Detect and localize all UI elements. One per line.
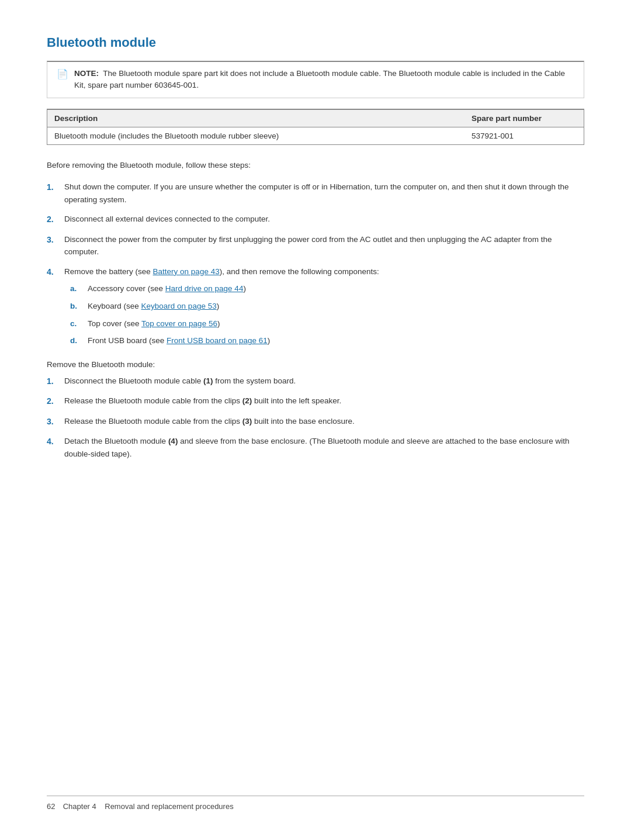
step-num-4: 4. bbox=[47, 265, 64, 278]
battery-link[interactable]: Battery on page 43 bbox=[153, 267, 220, 276]
step-num-3: 3. bbox=[47, 233, 64, 246]
note-label: NOTE: bbox=[74, 69, 99, 78]
keyboard-link[interactable]: Keyboard on page 53 bbox=[141, 302, 217, 310]
remove-step-content-2: Release the Bluetooth module cable from … bbox=[64, 395, 584, 407]
note-text: NOTE: The Bluetooth module spare part ki… bbox=[74, 68, 574, 92]
footer-page-number: 62 bbox=[47, 802, 55, 811]
remove-step-2: 2. Release the Bluetooth module cable fr… bbox=[47, 395, 584, 407]
ref-4: (4) bbox=[168, 437, 178, 445]
col-desc-header: Description bbox=[54, 114, 471, 123]
ref-1: (1) bbox=[203, 376, 213, 385]
note-icon: 📄 bbox=[57, 68, 68, 79]
table-cell-description: Bluetooth module (includes the Bluetooth… bbox=[54, 132, 471, 140]
remove-step-4: 4. Detach the Bluetooth module (4) and s… bbox=[47, 435, 584, 460]
step-num-2: 2. bbox=[47, 213, 64, 226]
remove-step-num-3: 3. bbox=[47, 415, 64, 428]
sub-steps-list: a. Accessory cover (see Hard drive on pa… bbox=[70, 282, 584, 347]
remove-step-num-1: 1. bbox=[47, 375, 64, 388]
top-cover-link[interactable]: Top cover on page 56 bbox=[141, 319, 217, 328]
remove-step-num-2: 2. bbox=[47, 395, 64, 407]
footer: 62 Chapter 4 Removal and replacement pro… bbox=[47, 796, 584, 811]
sub-step-c: c. Top cover (see Top cover on page 56) bbox=[70, 317, 584, 330]
sub-label-b: b. bbox=[70, 300, 88, 313]
sub-step-d: d. Front USB board (see Front USB board … bbox=[70, 334, 584, 347]
note-body: The Bluetooth module spare part kit does… bbox=[74, 69, 565, 89]
sub-content-a: Accessory cover (see Hard drive on page … bbox=[88, 282, 246, 295]
step-num-1: 1. bbox=[47, 181, 64, 193]
ref-2: (2) bbox=[242, 396, 252, 405]
sub-step-a: a. Accessory cover (see Hard drive on pa… bbox=[70, 282, 584, 295]
ref-3: (3) bbox=[242, 417, 252, 426]
remove-step-content-1: Disconnect the Bluetooth module cable (1… bbox=[64, 375, 584, 388]
sub-label-d: d. bbox=[70, 334, 88, 347]
page-title: Bluetooth module bbox=[47, 35, 584, 50]
remove-step-1: 1. Disconnect the Bluetooth module cable… bbox=[47, 375, 584, 388]
remove-steps-list: 1. Disconnect the Bluetooth module cable… bbox=[47, 375, 584, 460]
intro-text: Before removing the Bluetooth module, fo… bbox=[47, 159, 584, 172]
col-part-header: Spare part number bbox=[471, 114, 577, 123]
remove-step-content-4: Detach the Bluetooth module (4) and slee… bbox=[64, 435, 584, 460]
sub-content-d: Front USB board (see Front USB board on … bbox=[88, 334, 270, 347]
sub-content-b: Keyboard (see Keyboard on page 53) bbox=[88, 300, 219, 313]
sub-label-c: c. bbox=[70, 317, 88, 330]
parts-table: Description Spare part number Bluetooth … bbox=[47, 109, 584, 145]
remove-step-content-3: Release the Bluetooth module cable from … bbox=[64, 415, 584, 428]
sub-step-b: b. Keyboard (see Keyboard on page 53) bbox=[70, 300, 584, 313]
remove-step-num-4: 4. bbox=[47, 435, 64, 448]
table-row: Bluetooth module (includes the Bluetooth… bbox=[47, 127, 584, 144]
sub-label-a: a. bbox=[70, 282, 88, 295]
remove-step-3: 3. Release the Bluetooth module cable fr… bbox=[47, 415, 584, 428]
step-3: 3. Disconnect the power from the compute… bbox=[47, 233, 584, 258]
table-cell-part-number: 537921-001 bbox=[471, 132, 577, 140]
step-content-4: Remove the battery (see Battery on page … bbox=[64, 265, 584, 352]
sub-content-c: Top cover (see Top cover on page 56) bbox=[88, 317, 220, 330]
front-usb-link[interactable]: Front USB board on page 61 bbox=[167, 336, 268, 345]
hard-drive-link[interactable]: Hard drive on page 44 bbox=[165, 284, 244, 293]
step-2: 2. Disconnect all external devices conne… bbox=[47, 213, 584, 226]
note-box: 📄 NOTE: The Bluetooth module spare part … bbox=[47, 61, 584, 98]
prereq-steps-list: 1. Shut down the computer. If you are un… bbox=[47, 181, 584, 352]
step-content-3: Disconnect the power from the computer b… bbox=[64, 233, 584, 258]
step-1: 1. Shut down the computer. If you are un… bbox=[47, 181, 584, 206]
table-header: Description Spare part number bbox=[47, 110, 584, 127]
step-content-1: Shut down the computer. If you are unsur… bbox=[64, 181, 584, 206]
step-content-2: Disconnect all external devices connecte… bbox=[64, 213, 584, 226]
step-4: 4. Remove the battery (see Battery on pa… bbox=[47, 265, 584, 352]
remove-label: Remove the Bluetooth module: bbox=[47, 360, 584, 369]
footer-chapter: Chapter 4 Removal and replacement proced… bbox=[58, 802, 233, 811]
